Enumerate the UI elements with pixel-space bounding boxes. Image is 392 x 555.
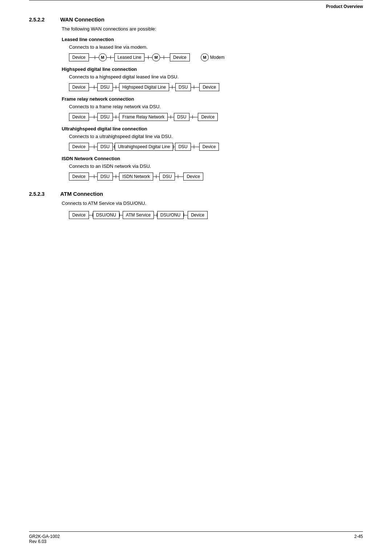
footer-left: GR2K-GA-1002 Rev 6.03 (29, 534, 60, 544)
ul-digital-line: Ultrahighspeed Digital Line (115, 143, 173, 151)
frame-relay-heading: Frame relay network connection (62, 96, 363, 102)
atm-diagram: Device DSU/ONU ATM Service DSU/ONU Devic… (69, 211, 363, 219)
isdn-diagram: Device DSU ISDN Network DSU Device (69, 173, 363, 181)
fr-device-right: Device (198, 113, 218, 121)
frame-relay-diagram: Device DSU Frame Relay Network DSU Devic… (69, 113, 363, 121)
ll-modem-left: M (99, 53, 107, 61)
section-atm-heading: 2.5.2.3 ATM Connection (29, 191, 363, 197)
atm-section-title: ATM Connection (60, 191, 103, 197)
atm-device-left: Device (69, 211, 89, 219)
ultra-desc: Connects to a ultrahighspeed digital lin… (69, 134, 363, 139)
ul-dsu-right: DSU (175, 143, 191, 151)
wan-section-body: The following WAN connections are possib… (62, 26, 363, 181)
wan-section-number: 2.5.2.2 (29, 17, 54, 23)
isdn-network: ISDN Network (119, 173, 153, 181)
page: Product Overview 2.5.2.2 WAN Connection … (0, 0, 392, 555)
atm-dsu-left: DSU/ONU (93, 211, 119, 219)
atm-section-body: Connects to ATM Service via DSU/ONU. Dev… (62, 200, 363, 219)
ll-device-right: Device (170, 53, 190, 61)
wan-section-title: WAN Connection (60, 16, 105, 23)
atm-intro: Connects to ATM Service via DSU/ONU. (62, 200, 363, 206)
ll-device-left: Device (69, 53, 89, 61)
legend-modem-icon: M (201, 53, 209, 61)
atm-service: ATM Service (123, 211, 154, 219)
section-wan-heading: 2.5.2.2 WAN Connection (29, 16, 363, 23)
atm-device-right: Device (188, 211, 208, 219)
wan-intro: The following WAN connections are possib… (62, 26, 363, 32)
ul-device-left: Device (69, 143, 89, 151)
fr-device-left: Device (69, 113, 89, 121)
ultra-heading: Ultrahighspeed digital line connection (62, 126, 363, 131)
footer-page: 2-45 (354, 534, 363, 544)
leased-line-diagram: Device M Leased Line M Device (69, 53, 363, 61)
ul-device-right: Device (199, 143, 219, 151)
highspeed-heading: Highspeed digital line connection (62, 66, 363, 72)
footer-rev: Rev 6.03 (29, 539, 60, 544)
isdn-dsu-right: DSU (159, 173, 175, 181)
hs-dsu-left: DSU (97, 83, 113, 91)
isdn-device-right: Device (183, 173, 203, 181)
isdn-device-left: Device (69, 173, 89, 181)
footer-doc-id: GR2K-GA-1002 (29, 534, 60, 539)
ultra-diagram: Device DSU Ultrahighspeed Digital Line D… (69, 143, 363, 151)
hs-device-left: Device (69, 83, 89, 91)
ll-modem-right: M (152, 53, 160, 61)
header-label: Product Overview (326, 4, 363, 9)
frame-relay-desc: Connects to a frame relay network via DS… (69, 104, 363, 109)
header-bar: Product Overview (29, 2, 363, 13)
isdn-heading: ISDN Network Connection (62, 156, 363, 161)
leased-line-desc: Connects to a leased line via modem. (69, 44, 363, 50)
hs-dsu-right: DSU (175, 83, 191, 91)
legend-modem-label: Modem (210, 55, 225, 60)
hs-device-right: Device (199, 83, 219, 91)
highspeed-diagram: Device DSU Highspeed Digital Line DSU De… (69, 83, 363, 91)
footer: GR2K-GA-1002 Rev 6.03 2-45 (29, 531, 363, 544)
ll-leased-line: Leased Line (114, 53, 144, 61)
highspeed-desc: Connects to a highspeed digital leased l… (69, 74, 363, 80)
header-rule (29, 0, 363, 0)
fr-dsu-right: DSU (174, 113, 189, 121)
isdn-dsu-left: DSU (97, 173, 113, 181)
atm-dsu-right: DSU/ONU (157, 211, 184, 219)
modem-legend: M Modem (201, 53, 225, 61)
isdn-desc: Connects to an ISDN network via DSU. (69, 163, 363, 169)
fr-network: Frame Relay Network (119, 113, 168, 121)
fr-dsu-left: DSU (97, 113, 113, 121)
hs-digital-line: Highspeed Digital Line (119, 83, 169, 91)
atm-section-number: 2.5.2.3 (29, 191, 54, 197)
ul-dsu-left: DSU (97, 143, 113, 151)
leased-line-heading: Leased line connection (62, 37, 363, 42)
